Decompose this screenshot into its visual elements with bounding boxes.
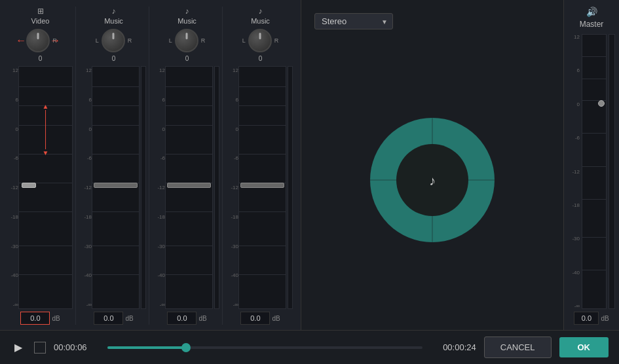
time-current: 00:00:06 xyxy=(54,342,100,352)
music3-vu xyxy=(288,66,293,309)
stop-button[interactable] xyxy=(34,342,46,354)
music3-left-label: L xyxy=(242,37,246,44)
master-fader-handle[interactable] xyxy=(598,100,605,107)
video-fader-handle[interactable] xyxy=(22,183,36,188)
panning-donut[interactable]: ♪ xyxy=(360,108,504,252)
music1-vu xyxy=(141,66,146,309)
music3-db-input[interactable] xyxy=(240,312,270,325)
timeline-thumb[interactable] xyxy=(181,343,191,352)
volume-icon: 🔊 xyxy=(586,7,597,17)
music2-fader-handle[interactable] xyxy=(167,183,211,188)
music2-vu xyxy=(214,66,219,309)
music2-knob-value: 0 xyxy=(185,55,189,62)
channel-video: ⊞ Video ← → R 0 1260-6-12-18-30-40-∞ xyxy=(5,7,76,325)
music1-db-input[interactable] xyxy=(94,312,123,325)
donut-container: ♪ xyxy=(360,43,504,317)
video-knob-value: 0 xyxy=(39,55,43,62)
channel-music2: ♪ Music L R 0 1260-6-12-18-30-40-∞ xyxy=(152,7,223,325)
music2-left-label: L xyxy=(169,37,172,44)
music3-knob-value: 0 xyxy=(259,55,263,62)
video-scale: 1260-6-12-18-30-40-∞ xyxy=(8,66,18,309)
svg-text:♪: ♪ xyxy=(429,173,436,188)
music1-fader-track[interactable] xyxy=(92,66,140,309)
channel-music3: ♪ Music L R 0 1260-6-12-18-30-40-∞ xyxy=(225,7,295,325)
stereo-select[interactable]: Stereo Mono 5.1 xyxy=(314,13,393,29)
music2-fader-track[interactable] xyxy=(165,66,213,309)
music1-label: Music xyxy=(104,17,123,25)
music3-knob[interactable] xyxy=(248,29,272,52)
music2-label: Music xyxy=(178,17,197,25)
channel-music1: ♪ Music L R 0 1260-6-12-18-30-40-∞ xyxy=(79,7,149,325)
video-fader-track[interactable]: ▲ ▼ xyxy=(18,66,73,309)
bottom-bar: ▶ 00:00:06 00:00:24 CANCEL OK xyxy=(0,330,619,364)
video-db-input[interactable] xyxy=(20,312,50,325)
master-db-input[interactable] xyxy=(574,312,599,325)
music1-right-label: R xyxy=(128,37,132,44)
master-label: Master xyxy=(580,20,604,29)
time-total: 00:00:24 xyxy=(430,342,476,352)
master-vu xyxy=(609,34,615,309)
music1-knob-value: 0 xyxy=(112,55,116,62)
music2-icon: ♪ xyxy=(185,7,189,16)
music1-icon: ♪ xyxy=(112,7,116,16)
master-fader-area: 1260-6-12-18-30-40-∞ xyxy=(568,34,615,309)
video-knob[interactable]: ← → xyxy=(26,29,50,52)
cancel-button[interactable]: CANCEL xyxy=(484,337,552,358)
music3-fader-track[interactable] xyxy=(238,66,286,309)
music3-label: Music xyxy=(251,17,270,25)
music2-db-input[interactable] xyxy=(167,312,197,325)
music1-scale: 1260-6-12-18-30-40-∞ xyxy=(81,66,92,309)
master-scale: 1260-6-12-18-30-40-∞ xyxy=(568,34,580,309)
music2-scale: 1260-6-12-18-30-40-∞ xyxy=(155,66,165,309)
music2-right-label: R xyxy=(201,37,206,44)
mixer-panel: ⊞ Video ← → R 0 1260-6-12-18-30-40-∞ xyxy=(0,0,301,330)
music2-knob[interactable] xyxy=(175,29,198,52)
video-label: Video xyxy=(31,17,50,25)
music3-scale: 1260-6-12-18-30-40-∞ xyxy=(228,66,238,309)
music3-right-label: R xyxy=(274,37,279,44)
timeline-fill xyxy=(107,346,186,349)
video-icon: ⊞ xyxy=(37,7,44,16)
timeline[interactable] xyxy=(107,346,422,349)
master-fader-track[interactable] xyxy=(582,34,607,309)
music3-icon: ♪ xyxy=(259,7,263,16)
stereo-select-wrapper[interactable]: Stereo Mono 5.1 ▼ xyxy=(314,13,393,29)
music1-knob[interactable] xyxy=(102,29,125,52)
ok-button[interactable]: OK xyxy=(559,337,609,357)
music3-fader-handle[interactable] xyxy=(240,183,284,188)
master-section: 🔊 Master 1260-6-12-18-30-40-∞ dB xyxy=(563,0,619,330)
center-section: Stereo Mono 5.1 ▼ ♪ xyxy=(301,0,563,330)
music1-fader-handle[interactable] xyxy=(94,183,138,188)
play-button[interactable]: ▶ xyxy=(10,340,26,355)
music1-left-label: L xyxy=(96,37,99,44)
